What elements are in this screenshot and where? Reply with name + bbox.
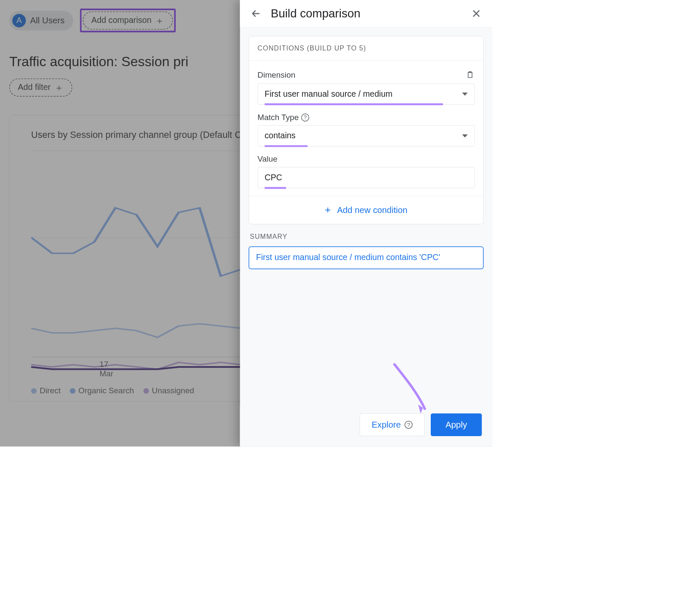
- plus-icon: ＋: [54, 83, 64, 92]
- panel-header: Build comparison: [240, 0, 493, 28]
- plus-icon: +: [325, 204, 331, 216]
- value-input-wrap: [258, 167, 475, 188]
- chip-all-users-label: All Users: [30, 16, 65, 25]
- dimension-select[interactable]: First user manual source / medium: [258, 83, 475, 104]
- panel-footer: Explore ? Apply: [240, 406, 493, 447]
- explore-button[interactable]: Explore ?: [360, 413, 425, 436]
- chevron-down-icon: [462, 134, 468, 137]
- match-type-select[interactable]: contains: [258, 125, 475, 146]
- add-filter-button[interactable]: Add filter ＋: [9, 78, 72, 97]
- annotation-arrow: [384, 361, 434, 406]
- build-comparison-panel: Build comparison CONDITIONS (BUILD UP TO…: [240, 0, 493, 447]
- legend-dot: [70, 388, 76, 394]
- conditions-header: CONDITIONS (BUILD UP TO 5): [249, 36, 483, 61]
- annotation-underline: [265, 104, 443, 105]
- add-comparison-label: Add comparison: [91, 16, 151, 25]
- panel-body: CONDITIONS (BUILD UP TO 5) Dimension Fir…: [240, 28, 493, 406]
- chip-letter: A: [12, 14, 26, 27]
- value-input[interactable]: [265, 173, 468, 182]
- annotation-underline: [265, 187, 286, 189]
- plus-icon: ＋: [155, 16, 164, 25]
- match-type-label: Match Type ?: [258, 112, 309, 122]
- add-condition-label: Add new condition: [337, 205, 407, 215]
- annotation-underline: [265, 145, 308, 147]
- delete-condition-button[interactable]: [466, 70, 475, 81]
- chevron-down-icon: [462, 92, 468, 95]
- conditions-card: CONDITIONS (BUILD UP TO 5) Dimension Fir…: [249, 36, 484, 224]
- x-tick: 17Mar: [100, 357, 113, 378]
- help-icon: ?: [404, 421, 412, 429]
- add-condition-button[interactable]: + Add new condition: [249, 196, 483, 224]
- summary-label: SUMMARY: [250, 233, 483, 241]
- panel-title: Build comparison: [271, 7, 462, 20]
- back-button[interactable]: [249, 6, 264, 21]
- add-comparison-highlight: Add comparison ＋: [80, 8, 176, 32]
- help-icon[interactable]: ?: [301, 113, 309, 121]
- legend-item[interactable]: Direct: [31, 386, 61, 395]
- dimension-label: Dimension: [258, 70, 295, 80]
- add-filter-label: Add filter: [18, 83, 51, 92]
- arrow-left-icon: [251, 8, 261, 19]
- value-label: Value: [258, 154, 278, 164]
- chip-all-users[interactable]: A All Users: [9, 11, 73, 30]
- close-button[interactable]: [469, 6, 484, 21]
- close-icon: [471, 8, 482, 19]
- legend-item[interactable]: Unassigned: [143, 386, 194, 395]
- legend-dot: [31, 388, 36, 394]
- dimension-value: First user manual source / medium: [265, 89, 393, 98]
- summary-box: First user manual source / medium contai…: [249, 246, 484, 269]
- legend-dot: [143, 388, 149, 394]
- apply-button[interactable]: Apply: [431, 413, 482, 436]
- legend-item[interactable]: Organic Search: [70, 386, 134, 395]
- match-type-value: contains: [265, 131, 296, 140]
- trash-icon: [466, 70, 475, 79]
- add-comparison-button[interactable]: Add comparison ＋: [83, 11, 173, 30]
